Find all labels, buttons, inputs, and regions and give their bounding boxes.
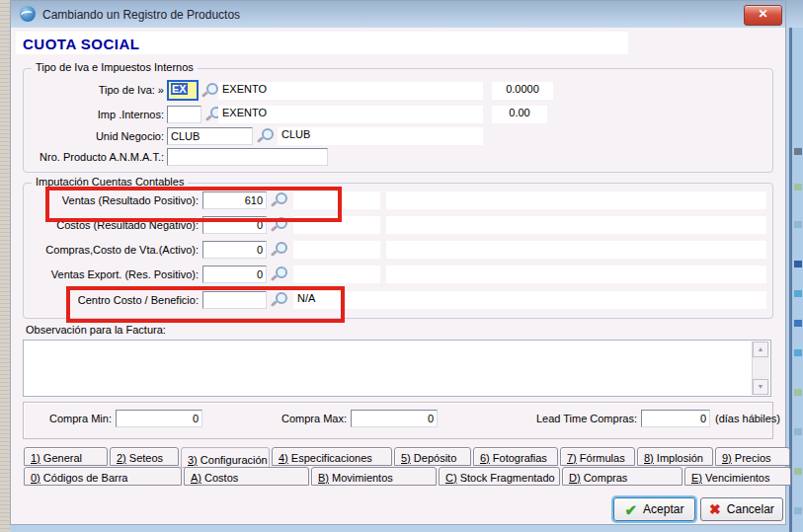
scroll-down-icon: ▼ (758, 383, 764, 390)
tab-costos[interactable]: A) Costos (184, 467, 309, 486)
background-fragment (794, 389, 802, 396)
background-fragment (794, 261, 802, 267)
ventas-export-cuenta-input[interactable] (202, 266, 267, 283)
ventas-export-desc-field-a (293, 266, 380, 283)
product-name-band: CUOTA SOCIAL (16, 32, 628, 54)
page-title: CUOTA SOCIAL (16, 32, 628, 52)
x-icon: ✖ (709, 502, 721, 516)
cuentas-group-legend: Imputación Cuentas Contables (32, 176, 188, 188)
search-icon[interactable] (271, 216, 286, 232)
unid-negocio-desc-field: CLUB (278, 127, 483, 145)
compra-max-input[interactable] (351, 410, 438, 427)
tipo-iva-code-input[interactable]: EX (167, 80, 199, 101)
tab-precios[interactable]: 9) Precios (715, 447, 790, 466)
iva-group-legend: Tipo de Iva e Impuestos Internos (32, 61, 198, 73)
observacion-textarea[interactable]: ▲ ▼ (23, 340, 771, 397)
search-icon[interactable] (271, 191, 286, 207)
close-button[interactable]: ✕ (744, 5, 782, 26)
costos-desc-field-a (293, 216, 380, 234)
ventas-export-desc-field-b (386, 266, 766, 283)
anmat-label: Nro. Producto A.N.M.A.T.: (25, 151, 164, 163)
compra-min-input[interactable] (116, 410, 202, 427)
lead-time-label: Lead Time Compras: (495, 413, 637, 424)
observacion-scrollbar[interactable]: ▲ ▼ (752, 342, 769, 395)
background-fragment (794, 320, 802, 327)
window-title: Cambiando un Registro de Productos (42, 8, 240, 22)
centro-costo-input[interactable] (202, 291, 267, 309)
compra-min-label: Compra Min: (31, 413, 112, 424)
search-icon[interactable] (257, 127, 273, 143)
observacion-label: Observación para la Factura: (26, 324, 166, 336)
tab-especificaciones[interactable]: 4) Especificaciones (272, 447, 392, 466)
search-icon[interactable] (271, 266, 286, 281)
compras-cuenta-input[interactable] (202, 241, 267, 259)
background-fragment (794, 507, 802, 514)
background-fragment (794, 290, 802, 297)
ventas-export-label: Ventas Export. (Res. Positivo): (40, 268, 199, 280)
compras-desc-field-b (386, 241, 766, 259)
tab-row-1: 1) General 2) Seteos 3) Configuración 4)… (24, 447, 796, 467)
search-icon[interactable] (271, 241, 286, 257)
left-background-strip (0, 0, 10, 532)
tab-row-2: 0) Códigos de Barra A) Costos B) Movimie… (24, 467, 796, 487)
ventas-label: Ventas (Resultado Positivo): (40, 194, 199, 206)
cancel-button[interactable]: ✖ Cancelar (700, 497, 783, 521)
background-fragment (794, 428, 802, 435)
scrollbar-up-button[interactable]: ▲ (753, 342, 768, 357)
costos-cuenta-input[interactable] (202, 216, 267, 234)
compra-max-label: Compra Max: (253, 413, 347, 424)
compras-desc-field-a (293, 241, 380, 259)
background-fragment (794, 349, 802, 356)
tab-implosion[interactable]: 8) Implosión (637, 447, 713, 466)
background-fragment (794, 221, 802, 228)
tab-movimientos[interactable]: B) Movimientos (311, 467, 437, 486)
tab-codigos-de-barra[interactable]: 0) Códigos de Barra (24, 467, 182, 486)
close-icon: ✕ (758, 7, 767, 21)
compras-activo-label: Compras,Costo de Vta.(Activo): (40, 244, 199, 256)
product-record-dialog: Cambiando un Registro de Productos ✕ CUO… (10, 0, 786, 525)
lead-time-input[interactable] (641, 410, 710, 427)
tab-vencimientos[interactable]: E) Vencimientos (684, 467, 791, 486)
centro-costo-desc-field: N/A (293, 291, 766, 309)
tab-compras[interactable]: D) Compras (562, 467, 683, 486)
tab-formulas[interactable]: 7) Fórmulas (560, 447, 635, 466)
tipo-iva-label: Tipo de Iva: » (31, 84, 164, 96)
screen: Cambiando un Registro de Productos ✕ CUO… (0, 0, 803, 532)
costos-desc-field-b (386, 216, 766, 234)
tipo-iva-desc-field: EXENTO (218, 82, 483, 100)
tipo-iva-code-value: EX (171, 83, 188, 95)
background-fragment (794, 148, 802, 155)
tab-deposito[interactable]: 5) Depósito (394, 447, 471, 466)
search-icon[interactable] (271, 291, 286, 307)
titlebar[interactable]: Cambiando un Registro de Productos ✕ (11, 1, 785, 28)
accept-button-label: Aceptar (643, 502, 683, 516)
tab-stock-fragmentado[interactable]: C) Stock Fragmentado (439, 467, 560, 486)
lead-time-suffix: (días hábiles) (715, 413, 780, 424)
scrollbar-down-button[interactable]: ▼ (753, 379, 768, 395)
unid-negocio-input[interactable] (167, 127, 253, 145)
imp-internos-label: Imp .Internos: (31, 109, 164, 120)
tipo-iva-rate-field: 0.0000 (492, 82, 553, 100)
tab-general[interactable]: 1) General (24, 447, 108, 466)
anmat-input[interactable] (167, 148, 328, 166)
check-icon: ✔ (625, 502, 638, 517)
tab-seteos[interactable]: 2) Seteos (110, 447, 179, 466)
search-icon[interactable] (201, 82, 217, 98)
cancel-button-label: Cancelar (727, 502, 774, 516)
ventas-desc-field-a (293, 191, 380, 209)
imp-internos-code-input[interactable] (167, 106, 201, 123)
unid-negocio-label: Unid Negocio: (31, 130, 164, 142)
imp-internos-desc-field: EXENTO (218, 106, 483, 123)
scroll-up-icon: ▲ (758, 345, 764, 352)
tab-fotografias[interactable]: 6) Fotografias (473, 447, 558, 466)
centro-costo-label: Centro Costo / Beneficio: (40, 294, 199, 306)
app-globe-icon (20, 6, 36, 22)
imp-internos-rate-field: 0.00 (492, 106, 547, 123)
tab-configuracion[interactable]: 3) Configuración (181, 447, 270, 468)
ventas-desc-field-b (386, 191, 766, 209)
background-fragment (794, 184, 802, 190)
accept-button[interactable]: ✔ Aceptar (613, 497, 695, 521)
ventas-cuenta-input[interactable] (202, 191, 267, 209)
titlebar-extension (786, 0, 803, 28)
costos-label: Costos (Resultado Negativo): (40, 219, 199, 231)
